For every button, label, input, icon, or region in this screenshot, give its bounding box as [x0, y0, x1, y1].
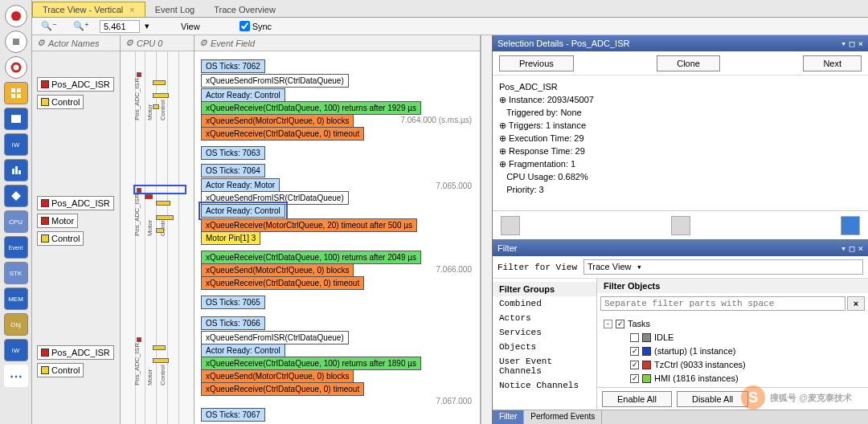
checkbox[interactable]: ✓ [630, 374, 639, 383]
event-tag[interactable]: xQueueSend(MotorCtrlQueue, 0) blocks [201, 114, 354, 128]
filter-group-item[interactable]: Combined [493, 296, 596, 311]
event-tag[interactable]: OS Ticks: 7065 [201, 296, 265, 309]
tool-grid-icon[interactable] [4, 82, 28, 104]
execution-block[interactable] [156, 201, 170, 206]
filter-view-select[interactable]: Trace View ▾ [583, 259, 863, 275]
event-tag[interactable]: xQueueSend(MotorCtrlQueue, 0) blocks [201, 369, 354, 383]
actor-tag[interactable]: Control [37, 363, 84, 377]
detail-view-icon[interactable] [501, 216, 520, 235]
execution-block[interactable] [153, 104, 159, 109]
filter-tree-row[interactable]: ✓(startup) (1 instance) [604, 344, 862, 358]
filter-group-item[interactable]: Actors [493, 311, 596, 325]
execution-block[interactable] [156, 228, 164, 233]
execution-block[interactable] [153, 345, 166, 350]
chart-view-icon[interactable] [841, 216, 860, 235]
disable-all-button[interactable]: Disable All [677, 391, 748, 407]
sync-checkbox[interactable]: Sync [240, 21, 272, 31]
minimize-icon[interactable]: □ [850, 243, 855, 254]
tool-cpu-icon[interactable] [4, 159, 28, 181]
tool-heap-icon[interactable] [4, 108, 28, 130]
event-tag[interactable]: xQueueReceive(CtrlDataQueue, 0) timeout [201, 382, 364, 396]
filter-search-input[interactable] [600, 296, 845, 311]
tool-cpu2-icon[interactable]: CPU [4, 210, 28, 233]
filter-tree-row[interactable]: ✓HMI (1816 instances) [604, 372, 862, 385]
event-tag[interactable]: OS Ticks: 7064 [201, 164, 265, 177]
close-icon[interactable]: × [858, 243, 863, 254]
execution-block[interactable] [145, 194, 153, 199]
tree-row[interactable]: ⊕ Instance: 2093/45007 [499, 93, 862, 106]
filter-tree-row[interactable]: ✓TzCtrl (9033 instances) [604, 358, 862, 372]
actor-tag[interactable]: Motor [37, 214, 78, 228]
event-tag[interactable]: OS Ticks: 7066 [201, 316, 265, 330]
gear-icon[interactable]: ⚙ [199, 38, 207, 48]
tree-expander-icon[interactable]: - [604, 320, 612, 328]
event-tag[interactable]: xQueueSendFromISR(CtrlDataQueue) [201, 191, 349, 205]
checkbox[interactable]: ✓ [630, 361, 639, 369]
tab-filter[interactable]: Filter [493, 410, 524, 424]
event-timeline[interactable]: OS Ticks: 7062xQueueSendFromISR(CtrlData… [194, 51, 480, 424]
tool-obj-icon[interactable]: Obj [4, 313, 28, 336]
actor-tag[interactable]: Control [37, 95, 84, 109]
pin-icon[interactable]: ▾ [841, 39, 846, 49]
execution-block[interactable] [153, 358, 169, 363]
selection-tree[interactable]: Pos_ADC_ISR⊕ Instance: 2093/45007 Trigge… [493, 75, 868, 210]
zoom-dropdown-icon[interactable]: ▾ [145, 21, 149, 31]
execution-block[interactable] [153, 80, 166, 85]
tree-row[interactable]: Pos_ADC_ISR [499, 80, 862, 93]
next-button[interactable]: Next [803, 55, 862, 71]
record-icon[interactable] [5, 5, 27, 27]
view-menu[interactable]: View [175, 19, 206, 34]
menu-more-icon[interactable]: ⋯ [4, 365, 28, 387]
tree-row[interactable]: ⊕ Triggers: 1 instance [499, 119, 862, 132]
tree-row[interactable]: Priority: 3 [499, 183, 862, 196]
event-tag[interactable]: OS Ticks: 7063 [201, 146, 265, 160]
actor-tag[interactable]: Pos_ADC_ISR [37, 345, 114, 360]
snapshot-icon[interactable] [5, 56, 27, 79]
execution-block[interactable] [156, 215, 174, 220]
tree-row[interactable]: ⊕ Fragmentation: 1 [499, 157, 862, 170]
actor-tag[interactable]: Pos_ADC_ISR [37, 196, 114, 210]
checkbox[interactable]: ✓ [630, 347, 639, 356]
event-tag[interactable]: xQueueReceive(CtrlDataQueue, 100) return… [201, 101, 421, 115]
tab-event-log[interactable]: Event Log [145, 2, 205, 17]
filter-tree-row[interactable]: -✓Tasks [604, 317, 862, 331]
filter-group-item[interactable]: Services [493, 325, 596, 340]
filter-tree-row[interactable]: IDLE [604, 331, 862, 344]
close-icon[interactable]: × [858, 39, 863, 49]
tab-trace-view[interactable]: Trace View - Vertical× [32, 2, 145, 17]
cpu-timeline[interactable]: Pos_ADC_ISRMotorControlPos_ADC_ISRMotorC… [121, 51, 194, 424]
stack-view-icon[interactable] [671, 216, 690, 235]
event-tag[interactable]: xQueueSendFromISR(CtrlDataQueue) [201, 74, 349, 88]
tab-performed-events[interactable]: Performed Events [524, 410, 602, 424]
tool-user-icon[interactable]: IW [4, 339, 28, 361]
zoom-out-icon[interactable]: 🔍⁻ [35, 18, 63, 34]
actor-tag[interactable]: Pos_ADC_ISR [37, 77, 114, 92]
gear-icon[interactable]: ⚙ [125, 38, 133, 48]
event-tag[interactable]: Actor Ready: Motor [201, 178, 280, 192]
execution-block[interactable] [137, 72, 141, 77]
tool-events-icon[interactable]: Event [4, 236, 28, 259]
tree-row[interactable]: Triggered by: None [499, 106, 862, 119]
close-icon[interactable]: × [129, 5, 134, 14]
tree-row[interactable]: ⊕ Response Time: 29 [499, 145, 862, 157]
event-tag[interactable]: Motor Pin[1] 3 [201, 231, 260, 245]
event-tag[interactable]: OS Ticks: 7062 [201, 59, 265, 73]
zoom-value[interactable]: 5.461 [100, 20, 140, 33]
event-tag[interactable]: Actor Ready: Control [201, 344, 285, 357]
gear-icon[interactable]: ⚙ [37, 38, 45, 48]
tool-instance-icon[interactable]: IW [4, 133, 28, 156]
filter-group-item[interactable]: Objects [493, 340, 596, 354]
event-tag[interactable]: xQueueReceive(CtrlDataQueue, 100) return… [201, 251, 421, 264]
event-tag[interactable]: OS Ticks: 7067 [201, 408, 265, 422]
clear-search-button[interactable]: × [847, 296, 865, 311]
enable-all-button[interactable]: Enable All [602, 391, 672, 407]
checkbox[interactable]: ✓ [616, 320, 624, 328]
tree-row[interactable]: CPU Usage: 0.682% [499, 170, 862, 183]
minimize-icon[interactable]: □ [850, 39, 855, 49]
tab-trace-overview[interactable]: Trace Overview [204, 2, 285, 17]
scrollbar-vertical[interactable] [481, 35, 492, 424]
event-tag[interactable]: xQueueReceive(MotorCtrlQueue, 20) timeou… [201, 218, 417, 232]
actor-tag[interactable]: Control [37, 231, 84, 246]
event-tag[interactable]: xQueueSend(MotorCtrlQueue, 0) blocks [201, 263, 354, 277]
event-tag[interactable]: xQueueReceive(CtrlDataQueue, 100) return… [201, 357, 421, 370]
